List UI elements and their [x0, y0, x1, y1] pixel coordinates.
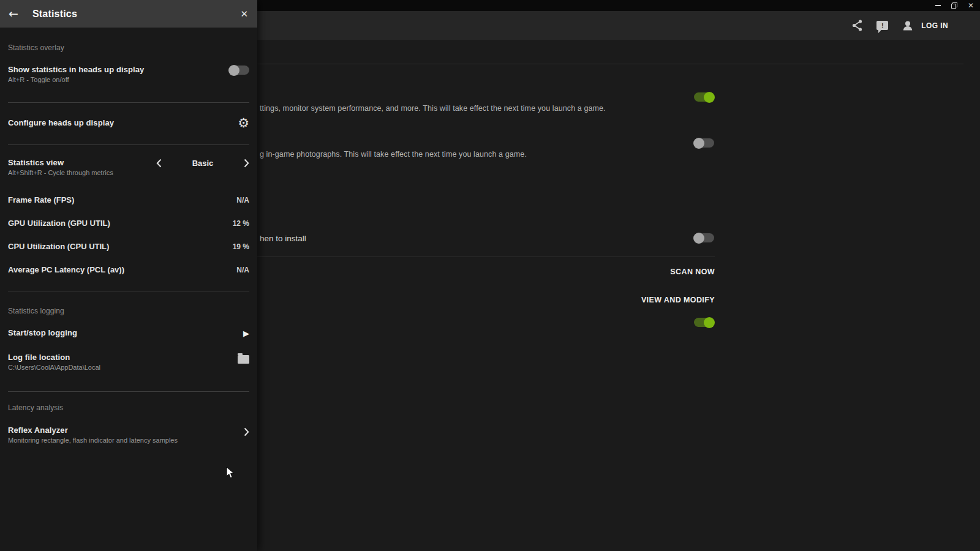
scan-now-button[interactable]: SCAN NOW	[592, 268, 715, 276]
avatar-icon[interactable]	[902, 20, 914, 32]
gear-icon[interactable]: ⚙	[238, 117, 249, 129]
panel-divider	[8, 391, 249, 392]
chevron-right-icon[interactable]	[244, 159, 249, 168]
toggle-knob	[228, 65, 239, 76]
statistics-view-text: Statistics view Alt+Shift+R - Cycle thro…	[8, 158, 113, 178]
metric-label: CPU Utilization (CPU UTIL)	[8, 242, 109, 251]
chevron-left-icon[interactable]	[156, 159, 162, 168]
log-file-location-row[interactable]: Log file location C:\Users\CoolA\AppData…	[8, 353, 249, 372]
reflex-text: Reflex Analyzer Monitoring rectangle, fl…	[8, 425, 178, 445]
row-subtitle: Alt+R - Toggle on/off	[8, 75, 144, 84]
toggle-knob	[704, 317, 715, 328]
row-subtitle: Monitoring rectangle, flash indicator an…	[8, 436, 178, 445]
metric-value: N/A	[236, 266, 249, 274]
log-file-path: C:\Users\CoolA\AppData\Local	[8, 363, 100, 372]
auto-download-toggle[interactable]	[694, 233, 714, 242]
row-subtitle: Alt+Shift+R - Cycle through metrics	[8, 168, 113, 178]
folder-icon[interactable]	[238, 355, 249, 364]
photo-mode-toggle[interactable]	[694, 138, 714, 148]
reflex-analyzer-row[interactable]: Reflex Analyzer Monitoring rectangle, fl…	[8, 425, 249, 445]
section-label-overlay: Statistics overlay	[8, 43, 249, 52]
metric-row: Frame Rate (FPS) N/A	[8, 195, 249, 204]
panel-close-icon[interactable]: ✕	[240, 9, 248, 20]
row-title: Statistics view	[8, 158, 113, 168]
window-close-icon[interactable]: ✕	[968, 2, 974, 9]
minimize-icon[interactable]	[935, 5, 941, 6]
panel-divider	[8, 291, 249, 291]
log-location-text: Log file location C:\Users\CoolA\AppData…	[8, 353, 100, 372]
download-updates-label: hen to install	[260, 234, 306, 243]
restore-icon[interactable]	[951, 2, 957, 9]
statistics-view-selector: Basic	[156, 159, 249, 168]
metric-label: GPU Utilization (GPU UTIL)	[8, 219, 110, 228]
start-stop-logging-row[interactable]: Start/stop logging ▶	[8, 328, 249, 339]
metric-label: Average PC Latency (PCL (av))	[8, 265, 124, 274]
metric-value: 12 %	[233, 219, 249, 228]
overlay-toggle[interactable]	[694, 92, 714, 102]
row-title: Reflex Analyzer	[8, 425, 178, 435]
panel-title: Statistics	[32, 9, 77, 20]
share-icon[interactable]	[852, 20, 863, 31]
hud-toggle-row[interactable]: Show statistics in heads up display Alt+…	[8, 65, 249, 84]
feedback-icon[interactable]: !	[876, 21, 888, 30]
row-title: Show statistics in heads up display	[8, 65, 144, 75]
panel-divider	[8, 144, 249, 145]
panel-divider	[8, 102, 249, 103]
metric-label: Frame Rate (FPS)	[8, 195, 74, 204]
configure-hud-row[interactable]: Configure heads up display ⚙	[8, 117, 249, 129]
hud-toggle[interactable]	[229, 66, 249, 75]
metric-row: GPU Utilization (GPU UTIL) 12 %	[8, 219, 249, 228]
metric-value: 19 %	[233, 242, 249, 251]
panel-header: ← Statistics ✕	[0, 0, 257, 28]
metric-value: N/A	[236, 196, 249, 204]
toggle-knob	[693, 138, 704, 149]
back-icon[interactable]: ←	[9, 8, 18, 20]
statistics-view-value: Basic	[192, 159, 214, 168]
section-divider	[257, 64, 963, 64]
row-divider	[257, 257, 715, 257]
row-title: Log file location	[8, 353, 100, 362]
view-and-modify-button[interactable]: VIEW AND MODIFY	[592, 296, 715, 304]
section-label-latency: Latency analysis	[8, 403, 249, 412]
app-header-actions: ! LOG IN	[852, 11, 948, 40]
window-controls: ✕	[935, 0, 974, 11]
section-label-logging: Statistics logging	[8, 307, 249, 315]
metric-row: Average PC Latency (PCL (av)) N/A	[8, 265, 249, 274]
statistics-view-row: Statistics view Alt+Shift+R - Cycle thro…	[8, 158, 249, 178]
hud-toggle-text: Show statistics in heads up display Alt+…	[8, 65, 144, 84]
chevron-right-icon[interactable]	[244, 427, 249, 437]
play-icon[interactable]: ▶	[243, 329, 249, 338]
panel-body: Statistics overlay Show statistics in he…	[0, 43, 257, 445]
toggle-knob	[693, 233, 704, 244]
settings-toggle[interactable]	[694, 318, 714, 327]
toggle-knob	[704, 92, 715, 103]
photo-mode-description: g in-game photographs. This will take ef…	[260, 150, 527, 159]
row-title: Start/stop logging	[8, 328, 77, 338]
overlay-setting-description: ttings, monitor system performance, and …	[260, 104, 606, 113]
statistics-panel: ← Statistics ✕ Statistics overlay Show s…	[0, 0, 257, 551]
metric-row: CPU Utilization (CPU UTIL) 19 %	[8, 242, 249, 251]
row-title: Configure heads up display	[8, 118, 114, 128]
login-button[interactable]: LOG IN	[921, 21, 948, 30]
